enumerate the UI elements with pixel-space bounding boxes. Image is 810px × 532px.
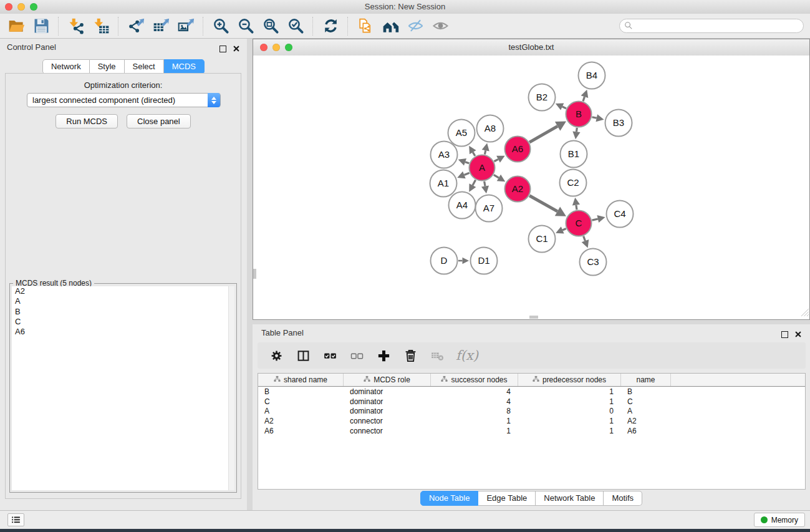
search-input[interactable]: [619, 19, 804, 33]
edge-C-C4[interactable]: [592, 215, 605, 223]
edge-A-A1[interactable]: [457, 172, 469, 178]
result-item[interactable]: A: [12, 296, 234, 306]
node-A3[interactable]: A3: [431, 142, 458, 168]
tab-motifs[interactable]: Motifs: [604, 491, 642, 506]
table-row[interactable]: Adominator80A: [258, 406, 805, 416]
open-file-button[interactable]: [4, 15, 29, 37]
hide-eye-button[interactable]: [403, 15, 428, 37]
node-B2[interactable]: B2: [529, 84, 556, 111]
edge-C-C1[interactable]: [556, 226, 566, 233]
close-panel-button[interactable]: Close panel: [127, 114, 191, 128]
zoom-in-button[interactable]: [208, 15, 233, 37]
close-table-panel-icon[interactable]: [795, 329, 801, 340]
vertical-scrollbar-thumb[interactable]: [253, 269, 256, 279]
node-A[interactable]: A: [470, 155, 495, 181]
edge-A-A4[interactable]: [469, 180, 476, 191]
tab-network-table[interactable]: Network Table: [536, 491, 604, 506]
result-item[interactable]: A2: [12, 286, 234, 296]
memory-button[interactable]: Memory: [754, 513, 805, 527]
node-A2[interactable]: A2: [505, 177, 531, 202]
column-header-MCDS-role[interactable]: MCDS role: [344, 374, 431, 386]
close-panel-icon[interactable]: [233, 43, 239, 54]
node-A4[interactable]: A4: [449, 192, 476, 219]
node-A1[interactable]: A1: [430, 170, 457, 197]
zoom-fit-button[interactable]: [258, 15, 283, 37]
deselect-all-button[interactable]: [349, 346, 365, 365]
show-eye-button[interactable]: [428, 15, 453, 37]
float-table-panel-icon[interactable]: [781, 331, 788, 338]
edge-A6-B[interactable]: [529, 121, 566, 142]
zoom-out-button[interactable]: [233, 15, 258, 37]
result-item[interactable]: A6: [12, 327, 234, 337]
edge-B-B4[interactable]: [581, 90, 589, 101]
node-A5[interactable]: A5: [448, 120, 475, 147]
column-header-name[interactable]: name: [621, 374, 671, 386]
result-item[interactable]: B: [12, 307, 234, 317]
float-panel-icon[interactable]: [219, 46, 226, 52]
edge-B-B3[interactable]: [592, 114, 604, 122]
node-D1[interactable]: D1: [471, 248, 498, 274]
node-C[interactable]: C: [566, 211, 592, 236]
select-all-button[interactable]: [322, 346, 338, 365]
edge-C-C2[interactable]: [572, 198, 580, 210]
run-mcds-button[interactable]: Run MCDS: [55, 114, 118, 128]
import-table-button[interactable]: [89, 15, 113, 37]
edge-A-A2[interactable]: [494, 175, 505, 181]
node-B3[interactable]: B3: [605, 110, 632, 137]
export-network-button[interactable]: [123, 15, 148, 37]
horizontal-scrollbar-thumb[interactable]: [529, 316, 538, 319]
duplicate-network-button[interactable]: [353, 15, 378, 37]
edge-A-A7[interactable]: [481, 181, 489, 194]
table-row[interactable]: A6connector11A6: [258, 426, 805, 436]
tab-mcds[interactable]: MCDS: [164, 59, 205, 74]
edge-B-B1[interactable]: [572, 128, 580, 139]
node-B1[interactable]: B1: [561, 141, 587, 168]
node-B[interactable]: B: [566, 102, 592, 127]
node-D[interactable]: D: [431, 248, 458, 274]
network-canvas[interactable]: B4B2BB3A5A8A6B1A3AA1C2A2A4A7C4CC1DD1C3: [253, 56, 809, 319]
tab-select[interactable]: Select: [125, 59, 164, 74]
table-row[interactable]: Bdominator41B: [258, 387, 805, 397]
edge-C-C3[interactable]: [582, 236, 589, 248]
tab-edge-table[interactable]: Edge Table: [478, 491, 536, 506]
import-network-button[interactable]: [64, 15, 89, 37]
node-C2[interactable]: C2: [560, 170, 587, 196]
tab-node-table[interactable]: Node Table: [420, 491, 479, 506]
refresh-network-button[interactable]: [318, 15, 343, 37]
node-C3[interactable]: C3: [580, 249, 607, 276]
edge-A-A3[interactable]: [458, 158, 470, 166]
tab-style[interactable]: Style: [90, 59, 125, 74]
save-session-button[interactable]: [29, 15, 54, 37]
column-header-shared-name[interactable]: shared name: [258, 374, 344, 386]
node-A7[interactable]: A7: [476, 195, 503, 222]
column-layout-button[interactable]: [295, 346, 311, 365]
edge-B-B2[interactable]: [556, 103, 566, 110]
edge-A-A5[interactable]: [469, 146, 476, 156]
network-window-titlebar[interactable]: testGlobe.txt: [253, 39, 809, 56]
column-header-successor-nodes[interactable]: successor nodes: [431, 374, 518, 386]
edge-A2-C[interactable]: [529, 196, 566, 216]
node-C4[interactable]: C4: [607, 201, 634, 228]
table-row[interactable]: A2connector11A2: [258, 416, 805, 426]
export-table-button[interactable]: [148, 15, 173, 37]
criterion-select[interactable]: largest connected component (directed): [27, 93, 221, 107]
edge-D-D1[interactable]: [458, 258, 469, 264]
tab-network[interactable]: Network: [42, 59, 90, 74]
table-row[interactable]: Cdominator41C: [258, 397, 805, 407]
edge-A-A6[interactable]: [494, 156, 504, 163]
task-history-button[interactable]: [7, 513, 24, 526]
node-C1[interactable]: C1: [529, 226, 556, 253]
node-A8[interactable]: A8: [477, 115, 504, 142]
delete-column-button[interactable]: [402, 346, 418, 365]
node-A6[interactable]: A6: [505, 137, 531, 162]
result-scrollbar[interactable]: [228, 286, 234, 490]
zoom-selected-button[interactable]: [283, 15, 308, 37]
edge-A-A8[interactable]: [482, 143, 489, 155]
table-settings-button[interactable]: [268, 346, 284, 365]
node-B4[interactable]: B4: [579, 62, 605, 89]
add-column-button[interactable]: [375, 346, 392, 365]
home-view-button[interactable]: [378, 15, 403, 37]
resize-grip-icon[interactable]: [801, 307, 809, 319]
column-header-predecessor-nodes[interactable]: predecessor nodes: [518, 374, 621, 386]
result-item[interactable]: C: [12, 317, 234, 327]
